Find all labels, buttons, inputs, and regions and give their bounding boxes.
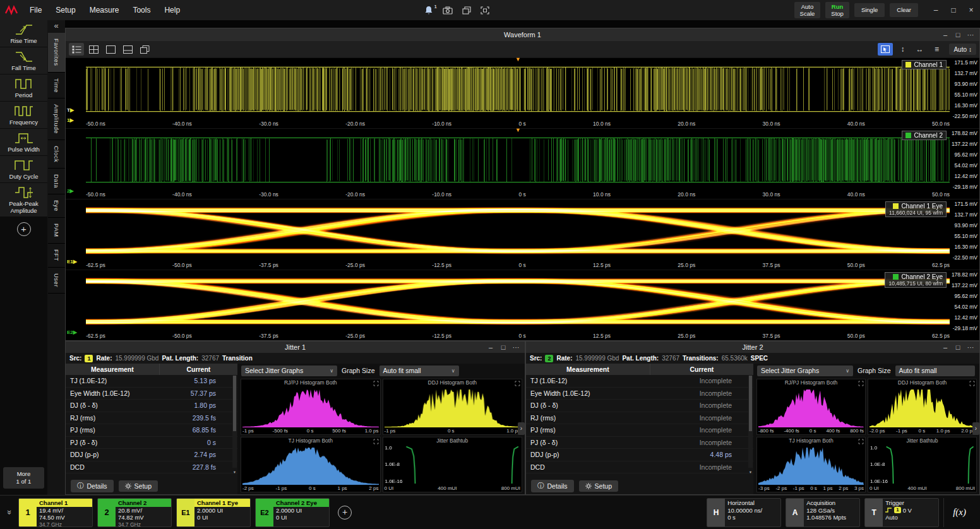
auto-scale-mode-dropdown[interactable]: Auto ↕ — [949, 44, 976, 55]
channel2-chip[interactable]: 2 Channel 2 20.8 mV/ 74.82 mV 34.7 GHz — [97, 498, 172, 527]
minimize-window-button[interactable]: – — [939, 28, 952, 41]
maximize-app-button[interactable]: □ — [945, 0, 962, 20]
channel2-eye-plot[interactable]: E2▶ Channel 2 Eye 10,485,715 UI, 80 wfm … — [66, 270, 979, 340]
add-measurement-button[interactable]: + — [0, 217, 47, 241]
scrollbar-thumb[interactable] — [749, 376, 752, 431]
scroll-down-arrow[interactable]: ▼ — [232, 469, 237, 475]
channel2-eye-canvas[interactable] — [86, 271, 950, 331]
layout-grid-button[interactable] — [86, 43, 101, 56]
close-app-button[interactable]: × — [962, 0, 980, 20]
category-tab[interactable]: Eye — [48, 194, 65, 218]
window-menu-button[interactable]: ··· — [964, 342, 977, 353]
category-tab[interactable]: Time — [48, 73, 65, 99]
channel1-badge[interactable]: 1 — [19, 499, 37, 526]
horizontal-badge[interactable]: H — [707, 499, 725, 526]
collapse-statusbar-button[interactable]: » — [5, 508, 15, 517]
layout-split-button[interactable] — [120, 43, 135, 56]
menu-item[interactable]: Help — [157, 0, 187, 20]
table-row[interactable]: DDJ (p-p) 4.48 ps — [526, 449, 753, 461]
table-row[interactable]: PJ (rms) 68.85 fs — [66, 424, 237, 437]
single-button[interactable]: Single — [854, 3, 885, 17]
scroll-down-arrow[interactable]: ▼ — [748, 469, 753, 475]
waveform-window-titlebar[interactable]: Waveform 1 – □ ··· — [66, 28, 979, 41]
table-row[interactable]: RJ (rms) 239.5 fs — [66, 412, 237, 425]
sidebar-item-duty-cycle[interactable]: Duty Cycle — [0, 156, 47, 182]
channel2-legend[interactable]: Channel 2 — [902, 131, 947, 140]
table-row[interactable]: RJ (rms) Incomplete — [526, 412, 753, 425]
jitter-bathtub-graph[interactable]: Jitter Bathtub 1.01.0E-81.0E-16 0 UI400 … — [868, 437, 977, 493]
more-graphs-button[interactable]: › — [972, 422, 979, 435]
menu-item[interactable]: File — [23, 0, 49, 20]
acquisition-chip[interactable]: A Acquisition 128 GSa/s 1.048576 Mpts — [786, 498, 860, 527]
horizontal-chip[interactable]: H Horizontal 10.00000 ns/ 0 s — [707, 498, 781, 527]
copy-window-icon[interactable] — [462, 6, 471, 15]
auto-scale-button[interactable]: Auto Scale — [794, 2, 821, 18]
maximize-window-button[interactable]: □ — [497, 342, 510, 353]
maximize-window-button[interactable]: □ — [952, 342, 964, 353]
eye2-marker[interactable]: E2▶ — [67, 330, 77, 335]
add-channel-button[interactable]: + — [338, 506, 352, 520]
cursor-tool-button[interactable] — [878, 43, 893, 56]
rjpj-histogram-graph[interactable]: RJ/PJ Histogram Both -1 ps-500 fs0 s500 … — [241, 379, 381, 435]
notification-bell-icon[interactable]: 1 — [424, 6, 433, 15]
minimize-window-button[interactable]: – — [484, 342, 497, 353]
details-button[interactable]: ⓘ Details — [71, 480, 114, 492]
eye1-badge[interactable]: E1 — [177, 499, 194, 526]
eye2-badge[interactable]: E2 — [256, 499, 273, 526]
channel1-eye-plot[interactable]: E1▶ Channel 1 Eye 11,660,024 UI, 95 wfm … — [66, 199, 979, 270]
window-menu-button[interactable]: ··· — [964, 28, 977, 41]
acquisition-badge[interactable]: A — [786, 499, 804, 526]
table-row[interactable]: DCD Incomplete — [526, 461, 753, 474]
channel2-ground-marker[interactable]: 2▶ — [67, 188, 74, 194]
table-row[interactable]: DCD 227.8 fs — [66, 461, 237, 474]
graph-size-dropdown[interactable]: Auto fit small∨ — [379, 366, 459, 376]
eye2-chip[interactable]: E2 Channel 2 Eye 2.0000 UI 0 UI — [255, 498, 330, 527]
window-menu-button[interactable]: ··· — [510, 342, 522, 353]
table-row[interactable]: DJ (δ - δ) Incomplete — [526, 400, 753, 412]
jitter1-titlebar[interactable]: Jitter 1 – □ ··· — [66, 342, 525, 353]
setup-button[interactable]: Setup — [579, 480, 618, 492]
collapse-sidebar-button[interactable]: « — [47, 20, 65, 33]
run-stop-button[interactable]: Run Stop — [825, 2, 849, 18]
minimize-app-button[interactable]: – — [927, 0, 945, 20]
channel1-legend[interactable]: Channel 1 — [902, 60, 947, 69]
jitter-bathtub-graph[interactable]: Jitter Bathtub 1.01.0E-81.0E-16 0 UI400 … — [383, 437, 523, 493]
select-jitter-graphs-dropdown[interactable]: Select Jitter Graphs∨ — [241, 366, 337, 376]
tj-histogram-graph[interactable]: TJ Histogram Both -2 ps-1 ps0 s1 ps2 ps — [241, 437, 381, 493]
channel1-eye-canvas[interactable] — [86, 201, 950, 261]
table-row[interactable]: PJ (δ - δ) 0 s — [66, 437, 237, 449]
eye1-marker[interactable]: E1▶ — [67, 259, 77, 264]
sidebar-item-rise-time[interactable]: Rise Time — [0, 20, 47, 47]
maximize-window-button[interactable]: □ — [952, 28, 964, 41]
sidebar-item-pulse-width[interactable]: Pulse Width — [0, 129, 47, 155]
scrollbar-thumb[interactable] — [233, 376, 236, 431]
channel1-plot[interactable]: ▼ T▶ 1▶ Channel 1 171.5 mV132.7 mV93.90 … — [66, 57, 979, 128]
table-row[interactable]: PJ (δ - δ) Incomplete — [526, 437, 753, 449]
channel1-ground-marker[interactable]: 1▶ — [67, 117, 74, 123]
jitter2-titlebar[interactable]: Jitter 2 – □ ··· — [526, 342, 979, 353]
category-tab[interactable]: Amplitude — [48, 98, 65, 140]
table-row[interactable]: TJ (1.0E-12) Incomplete — [526, 375, 753, 388]
channel2-eye-legend[interactable]: Channel 2 Eye 10,485,715 UI, 80 wfm — [885, 272, 947, 288]
trigger-position-marker[interactable]: ▼ — [515, 56, 521, 62]
category-tab[interactable]: Clock — [48, 140, 65, 169]
trigger-level-marker[interactable]: T▶ — [67, 107, 74, 113]
eye1-chip[interactable]: E1 Channel 1 Eye 2.0000 UI 0 UI — [176, 498, 251, 527]
table-scrollbar[interactable] — [232, 376, 237, 468]
more-graphs-button[interactable]: › — [518, 422, 525, 435]
channel1-waveform-canvas[interactable] — [86, 59, 950, 119]
menu-item[interactable]: Measure — [83, 0, 126, 20]
rjpj-histogram-graph[interactable]: RJ/PJ Histogram Both -800 fs-400 fs0 s40… — [756, 379, 866, 435]
table-row[interactable]: DDJ (p-p) 2.74 ps — [66, 449, 237, 461]
channel2-plot[interactable]: ▼ 2▶ Channel 2 178.82 mV137.22 mV95.62 m… — [66, 128, 979, 199]
trigger-chip[interactable]: T Trigger 1 0 V Auto — [864, 498, 939, 527]
table-row[interactable]: Eye Width (1.0E-12) 57.37 ps — [66, 388, 237, 400]
more-measurements-button[interactable]: More 1 of 1 — [3, 467, 44, 489]
math-function-button[interactable]: f(x) — [943, 498, 975, 527]
clear-button[interactable]: Clear — [890, 3, 918, 17]
channel2-badge[interactable]: 2 — [98, 499, 116, 526]
graph-size-dropdown[interactable]: Auto fit small — [895, 366, 975, 376]
ddj-histogram-graph[interactable]: DDJ Histogram Both -2.0 ps-1 ps0 s1.0 ps… — [868, 379, 977, 435]
channel1-chip[interactable]: 1 Channel 1 19.4 mV/ 74.50 mV 34.7 GHz — [18, 498, 93, 527]
channel2-waveform-canvas[interactable] — [86, 130, 950, 190]
